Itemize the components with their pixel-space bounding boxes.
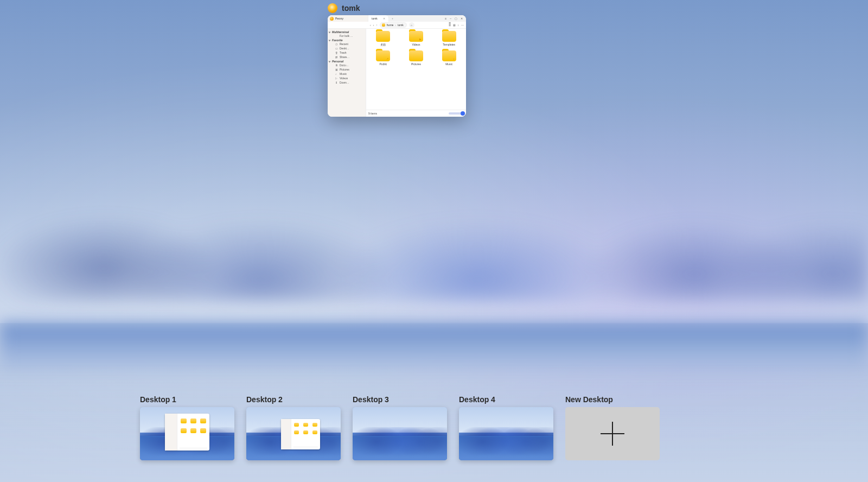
more-button[interactable]: ⋯: [461, 23, 464, 27]
breadcrumb-home[interactable]: home: [387, 23, 394, 27]
folder-icon: ↗: [376, 50, 390, 61]
content-area: 桌面▶VideosTemplates↗PublicPictures♪Music …: [366, 29, 466, 117]
sidebar-item[interactable]: ♪Music: [328, 72, 366, 76]
sidebar-item-icon: ⬇: [335, 81, 338, 84]
breadcrumb[interactable]: home › tomk: [380, 22, 407, 28]
sidebar-item-label: Down…: [340, 81, 349, 84]
search-button[interactable]: ⌕: [409, 22, 414, 28]
sidebar-item-icon: ▣: [335, 68, 338, 71]
sidebar-item-icon: ♪: [335, 72, 338, 75]
tab-strip: tomk ✕ ＋: [368, 15, 445, 22]
file-manager-icon: [328, 3, 337, 13]
item-count: 9 items: [368, 112, 377, 115]
desktop-thumbnail[interactable]: Desktop 3: [353, 395, 447, 460]
sidebar-item-label: Trash: [340, 51, 347, 54]
sidebar-item[interactable]: ▷Videos: [328, 76, 366, 80]
tab-tomk[interactable]: tomk ✕: [368, 15, 389, 22]
folder-label: Templates: [443, 43, 455, 46]
breadcrumb-current[interactable]: tomk: [398, 23, 404, 27]
app-name: Peony: [335, 17, 343, 20]
view-list-button[interactable]: ≣: [449, 23, 451, 27]
zoom-slider-thumb[interactable]: [461, 111, 465, 116]
sidebar-item[interactable]: ◷Recent: [328, 42, 366, 46]
plus-icon: [601, 422, 624, 446]
folder-icon: [376, 31, 390, 42]
sidebar-item-icon: 🗑: [335, 51, 338, 54]
sidebar-item[interactable]: For bulk …: [328, 34, 366, 38]
window-preview-label: tomk: [342, 4, 360, 12]
folder-item[interactable]: Templates: [433, 31, 465, 46]
nav-forward-button[interactable]: ›: [373, 23, 374, 27]
nav-back-button[interactable]: ‹: [370, 23, 371, 27]
folder-item[interactable]: ♪Music: [433, 50, 465, 66]
sidebar-item[interactable]: ⬇Down…: [328, 80, 366, 85]
sidebar-item-icon: ◷: [335, 42, 338, 46]
wallpaper-mountains: [0, 193, 868, 301]
folder-item[interactable]: ▶Videos: [400, 31, 432, 46]
close-button[interactable]: ✕: [461, 17, 463, 20]
new-desktop-thumb[interactable]: [565, 407, 660, 460]
new-tab-button[interactable]: ＋: [389, 15, 396, 22]
desktop-label: Desktop 4: [459, 395, 553, 404]
titlebar-app: Peony: [328, 15, 368, 22]
sort-button[interactable]: ↕: [458, 23, 459, 27]
sidebar-group-header[interactable]: Multiterminal: [328, 30, 366, 34]
sidebar-item-label: Recent: [340, 42, 348, 46]
sidebar-item-icon: 🗎: [335, 64, 338, 67]
new-desktop-button[interactable]: New Desktop: [565, 395, 660, 460]
sidebar-item[interactable]: 🗎Docu…: [328, 63, 366, 67]
window-preview-file-manager[interactable]: Peony tomk ✕ ＋ ≡ – ▢ ✕ ‹ › ↑ home › tomk…: [328, 15, 466, 117]
zoom-slider[interactable]: [449, 112, 464, 115]
app-logo-icon: [330, 17, 334, 21]
folder-icon: [442, 31, 456, 42]
sidebar-item[interactable]: ▣Pictures: [328, 67, 366, 72]
sidebar-item[interactable]: 🗑Trash: [328, 50, 366, 55]
view-grid-button[interactable]: ▦: [453, 23, 456, 27]
titlebar: Peony tomk ✕ ＋ ≡ – ▢ ✕: [328, 15, 466, 22]
new-desktop-label: New Desktop: [565, 395, 660, 404]
tab-close-icon[interactable]: ✕: [383, 17, 385, 20]
folder-item[interactable]: Pictures: [400, 50, 432, 66]
sidebar-item[interactable]: ▭Deskt…: [328, 46, 366, 50]
minimize-button[interactable]: –: [450, 17, 451, 20]
maximize-button[interactable]: ▢: [455, 17, 457, 20]
sidebar: MultiterminalFor bulk …Favorite◷Recent▭D…: [328, 29, 366, 117]
mini-window: [281, 419, 320, 449]
sidebar-item-label: Deskt…: [340, 47, 349, 50]
folder-label: 桌面: [380, 43, 386, 46]
folder-item[interactable]: 桌面: [367, 31, 399, 46]
sidebar-item[interactable]: ⇄Share…: [328, 55, 366, 59]
sidebar-item-label: Share…: [340, 55, 349, 59]
menu-button[interactable]: ≡: [445, 17, 446, 20]
sidebar-group-header[interactable]: Personal: [328, 59, 366, 63]
desktop-preview[interactable]: [140, 407, 234, 460]
sidebar-item-label: Videos: [340, 77, 348, 80]
folder-icon: ▶: [409, 31, 423, 42]
desktop-preview[interactable]: [459, 407, 553, 460]
mini-window: [165, 414, 209, 451]
sidebar-item-icon: ⇄: [335, 55, 338, 59]
toolbar: ‹ › ↑ home › tomk ⌕ ≣ ▦ ↕ ⋯: [328, 22, 466, 29]
chevron-right-icon: ›: [395, 23, 396, 27]
window-preview-title[interactable]: tomk: [328, 3, 360, 13]
folder-item[interactable]: ↗Public: [367, 50, 399, 66]
desktop-thumbnail[interactable]: Desktop 2: [246, 395, 341, 460]
window-controls: ≡ – ▢ ✕: [445, 15, 466, 22]
desktop-thumbnail[interactable]: Desktop 4: [459, 395, 553, 460]
folder-label: Public: [380, 62, 387, 66]
desktop-preview[interactable]: [353, 407, 447, 460]
folder-label: Pictures: [411, 62, 421, 66]
desktop-label: Desktop 2: [246, 395, 341, 404]
desktop-thumbnail[interactable]: Desktop 1: [140, 395, 234, 460]
sidebar-item-icon: ▷: [335, 77, 338, 80]
sidebar-item-label: Pictures: [340, 68, 349, 71]
folder-icon: [409, 50, 423, 61]
sidebar-item-icon: ▭: [335, 47, 338, 50]
nav-up-button[interactable]: ↑: [376, 23, 378, 27]
folder-icon: ♪: [442, 50, 456, 61]
desktop-switcher: Desktop 1Desktop 2Desktop 3Desktop 4New …: [0, 364, 868, 482]
sidebar-group-header[interactable]: Favorite: [328, 38, 366, 42]
tab-label: tomk: [372, 17, 378, 20]
desktop-preview[interactable]: [246, 407, 341, 460]
home-icon: [382, 23, 385, 27]
